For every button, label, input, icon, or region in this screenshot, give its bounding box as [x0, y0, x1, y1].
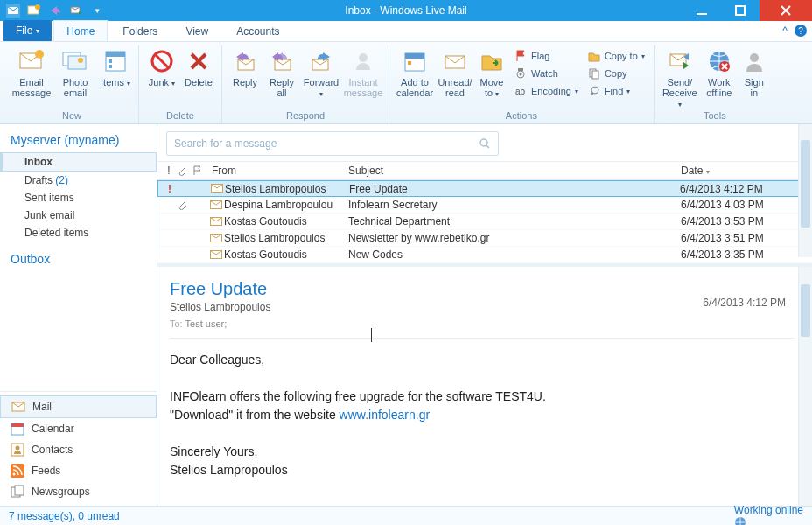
reading-from: Stelios Lambropoulos	[170, 301, 794, 313]
tab-folders[interactable]: Folders	[109, 20, 171, 41]
sign-in-icon	[740, 47, 768, 75]
tab-file[interactable]: File ▾	[4, 20, 52, 41]
find-button[interactable]: Find ▾	[584, 82, 648, 100]
message-row[interactable]: !Stelios LambropoulosFree Update6/4/2013…	[158, 180, 812, 197]
copy-to-button[interactable]: Copy to ▾	[584, 47, 648, 65]
ribbon-group-tools: Send/ Receive ▾ Work offline Sign in Too…	[654, 46, 775, 123]
nav-contacts[interactable]: Contacts	[0, 439, 157, 460]
folder-drafts[interactable]: Drafts (2)	[0, 172, 157, 189]
maximize-button[interactable]	[721, 0, 760, 21]
chevron-down-icon: ▾	[706, 168, 710, 176]
email-message-button[interactable]: Email message	[10, 46, 52, 98]
unread-read-icon	[441, 47, 469, 75]
message-row[interactable]: Despina LambropoulouInfolearn Secretary6…	[158, 197, 812, 214]
svg-text:ab: ab	[515, 87, 526, 96]
copy-button[interactable]: Copy	[584, 65, 648, 82]
unread-read-button[interactable]: Unread/ read	[437, 46, 473, 98]
delete-button[interactable]: Delete	[181, 46, 216, 88]
photo-email-icon	[61, 47, 89, 75]
search-input[interactable]: Search for a message	[166, 131, 499, 156]
message-list: !Stelios LambropoulosFree Update6/4/2013…	[158, 180, 812, 263]
junk-button[interactable]: Junk ▾	[144, 46, 179, 89]
watch-button[interactable]: Watch	[510, 65, 582, 82]
work-offline-button[interactable]: Work offline	[702, 46, 737, 98]
new-mail-icon[interactable]	[26, 3, 42, 18]
attachment-indicator	[177, 200, 192, 210]
tab-view[interactable]: View	[172, 20, 221, 41]
folder-deleted[interactable]: Deleted items	[0, 224, 157, 242]
folder-outbox[interactable]: Outbox	[0, 242, 157, 276]
row-date: 6/4/2013 4:03 PM	[681, 199, 812, 211]
col-subject[interactable]: Subject	[348, 164, 681, 177]
calendar-nav-icon	[10, 422, 24, 436]
tab-accounts[interactable]: Accounts	[223, 20, 292, 41]
flag-button[interactable]: Flag	[510, 47, 582, 65]
message-row[interactable]: Kostas GoutoudisTechnical Department6/4/…	[158, 214, 812, 230]
move-to-button[interactable]: Move to ▾	[475, 46, 508, 100]
svg-rect-9	[68, 56, 86, 69]
col-priority[interactable]: !	[161, 164, 177, 177]
nav-calendar[interactable]: Calendar	[0, 418, 157, 439]
items-icon	[102, 47, 130, 75]
row-from: Despina Lambropoulou	[224, 199, 348, 211]
add-to-calendar-button[interactable]: Add to calendar	[395, 46, 435, 98]
col-attachment[interactable]	[177, 165, 192, 176]
group-label-tools: Tools	[704, 108, 726, 122]
col-date[interactable]: Date ▾	[681, 164, 812, 177]
instant-message-icon	[349, 47, 377, 75]
reply-all-button[interactable]: Reply all	[264, 46, 299, 98]
account-name[interactable]: Myserver (myname)	[0, 124, 157, 152]
ribbon-group-delete: Junk ▾ Delete Delete	[139, 46, 222, 123]
minimize-button[interactable]	[682, 0, 721, 21]
ribbon-group-new: Email message Photo email Items ▾ New	[5, 46, 139, 123]
list-scrollbar[interactable]	[798, 124, 812, 257]
sign-in-button[interactable]: Sign in	[738, 46, 770, 98]
svg-rect-40	[10, 464, 24, 478]
close-button[interactable]	[760, 0, 812, 21]
items-button[interactable]: Items ▾	[98, 46, 133, 89]
folder-sidebar: Myserver (myname) Inbox Drafts (2) Sent …	[0, 124, 158, 506]
col-from[interactable]: From	[208, 164, 348, 177]
reading-scrollbar[interactable]	[798, 267, 812, 506]
instant-message-button: Instant message	[343, 46, 383, 98]
status-bar: 7 message(s), 0 unread Working online	[0, 506, 812, 525]
message-row[interactable]: Kostas GoutoudisNew Codes6/4/2013 3:35 P…	[158, 247, 812, 263]
photo-email-button[interactable]: Photo email	[54, 46, 96, 98]
nav-newsgroups[interactable]: Newsgroups	[0, 481, 157, 502]
svg-point-44	[480, 139, 487, 146]
svg-point-26	[520, 74, 522, 76]
forward-button[interactable]: Forward ▾	[301, 46, 341, 100]
ribbon: Email message Photo email Items ▾ New Ju…	[0, 42, 812, 124]
folder-inbox[interactable]: Inbox	[0, 152, 157, 172]
reply-button[interactable]: Reply	[228, 46, 262, 88]
send-receive-qat-icon[interactable]	[68, 3, 84, 18]
send-receive-button[interactable]: Send/ Receive ▾	[660, 46, 700, 110]
reading-body: Dear Colleagues, INFOlearn offers the fo…	[170, 351, 794, 480]
tab-home[interactable]: Home	[53, 20, 108, 41]
row-subject: Free Update	[349, 183, 680, 195]
row-subject: New Codes	[348, 248, 681, 261]
help-icon[interactable]: ?	[794, 24, 807, 37]
message-row[interactable]: Stelios LambropoulosNewsletter by www.re…	[158, 230, 812, 247]
envelope-icon	[209, 183, 225, 195]
work-offline-icon	[705, 47, 733, 75]
nav-feeds[interactable]: Feeds	[0, 460, 157, 481]
nav-mail[interactable]: Mail	[0, 396, 157, 418]
email-message-icon	[18, 47, 46, 75]
folder-junk[interactable]: Junk email	[0, 206, 157, 224]
group-label-new: New	[62, 108, 81, 122]
ribbon-minimize-icon[interactable]: ^	[782, 24, 788, 37]
body-link[interactable]: www.infolearn.gr	[340, 408, 430, 422]
watch-icon	[514, 66, 528, 80]
status-right: Working online	[734, 504, 803, 526]
qat-dropdown-icon[interactable]: ▾	[89, 3, 105, 18]
row-date: 6/4/2013 3:53 PM	[681, 215, 812, 228]
svg-point-19	[359, 53, 368, 62]
reply-all-icon	[268, 47, 296, 75]
encoding-button[interactable]: abEncoding ▾	[510, 82, 582, 100]
svg-point-34	[750, 53, 759, 62]
reply-qat-icon[interactable]	[47, 3, 63, 18]
col-flag[interactable]	[192, 165, 208, 176]
folder-sent[interactable]: Sent items	[0, 189, 157, 206]
chevron-down-icon: ▾	[172, 80, 175, 88]
